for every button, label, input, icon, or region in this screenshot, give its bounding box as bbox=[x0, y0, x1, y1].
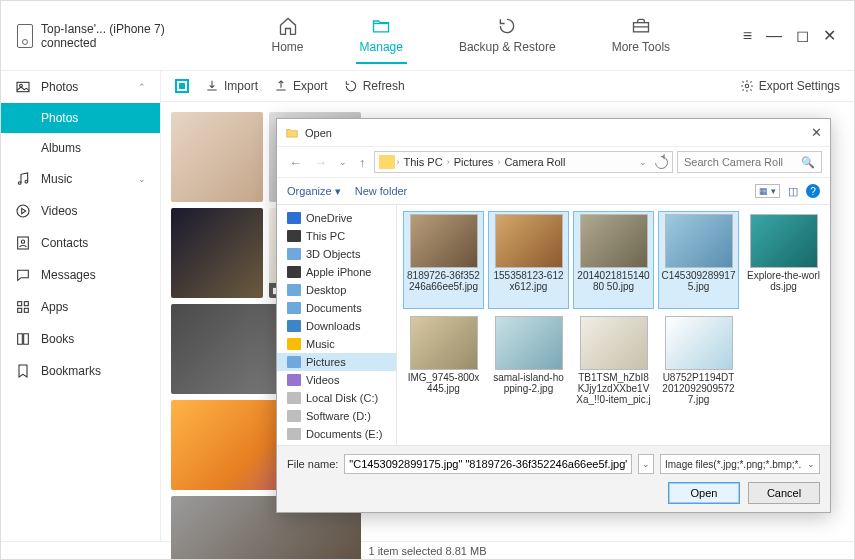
open-button[interactable]: Open bbox=[668, 482, 740, 504]
help-icon[interactable]: ? bbox=[806, 184, 820, 198]
gallery-thumb[interactable] bbox=[171, 112, 263, 202]
chevron-down-icon: ⌄ bbox=[138, 174, 146, 184]
chevron-up-icon: ⌃ bbox=[138, 82, 146, 92]
sidebar-bookmarks[interactable]: Bookmarks bbox=[1, 355, 160, 387]
sidebar-contacts-label: Contacts bbox=[41, 236, 88, 250]
file-item[interactable]: Explore-the-worlds.jpg bbox=[743, 211, 824, 309]
dialog-toolbar: Organize ▾ New folder ▦ ▾ ◫ ? bbox=[277, 178, 830, 205]
tree-item[interactable]: Downloads bbox=[277, 317, 396, 335]
tree-item-label: Documents bbox=[306, 302, 362, 314]
tree-item[interactable]: Documents (E:) bbox=[277, 425, 396, 443]
videos-icon bbox=[15, 203, 31, 219]
sidebar-messages[interactable]: Messages bbox=[1, 259, 160, 291]
sidebar-books[interactable]: Books bbox=[1, 323, 160, 355]
file-thumbnail bbox=[750, 214, 818, 268]
open-dialog: Open ✕ ← → ⌄ ↑ › This PC › Pictures › Ca… bbox=[276, 118, 831, 513]
maximize-icon[interactable]: ◻ bbox=[796, 26, 809, 45]
file-item[interactable]: 155358123-612x612.jpg bbox=[488, 211, 569, 309]
tab-more[interactable]: More Tools bbox=[608, 8, 674, 64]
reload-icon[interactable] bbox=[652, 153, 670, 171]
export-settings-button[interactable]: Export Settings bbox=[740, 79, 840, 93]
preview-pane-icon[interactable]: ◫ bbox=[788, 185, 798, 198]
svg-rect-1 bbox=[17, 82, 29, 91]
file-item[interactable]: 8189726-36f352246a66ee5f.jpg bbox=[403, 211, 484, 309]
sidebar-sub-albums[interactable]: Albums bbox=[1, 133, 160, 163]
file-item[interactable]: C1453092899175.jpg bbox=[658, 211, 739, 309]
tree-item-label: Music bbox=[306, 338, 335, 350]
sidebar-contacts[interactable]: Contacts bbox=[1, 227, 160, 259]
file-grid[interactable]: 8189726-36f352246a66ee5f.jpg155358123-61… bbox=[397, 205, 830, 445]
file-item[interactable]: U8752P1194DT20120929095727.jpg bbox=[658, 313, 739, 411]
svg-point-12 bbox=[745, 84, 749, 88]
sidebar-music-label: Music bbox=[41, 172, 72, 186]
tree-item[interactable]: Desktop bbox=[277, 281, 396, 299]
tree-item[interactable]: Local Disk (C:) bbox=[277, 389, 396, 407]
file-thumbnail bbox=[495, 316, 563, 370]
tree-item[interactable]: Music bbox=[277, 335, 396, 353]
tree-item[interactable]: Documents bbox=[277, 299, 396, 317]
device-info: Top-Ianse'... (iPhone 7) connected bbox=[1, 22, 199, 50]
tree-item[interactable]: OneDrive bbox=[277, 209, 396, 227]
tree-item[interactable]: 3D Objects bbox=[277, 245, 396, 263]
gallery-thumb[interactable] bbox=[171, 208, 263, 298]
cancel-button[interactable]: Cancel bbox=[748, 482, 820, 504]
nav-back-icon[interactable]: ← bbox=[285, 153, 306, 172]
breadcrumb[interactable]: › This PC › Pictures › Camera Roll ⌄ bbox=[374, 151, 674, 173]
books-icon bbox=[15, 331, 31, 347]
file-thumbnail bbox=[665, 214, 733, 268]
tree-item[interactable]: Software (D:) bbox=[277, 407, 396, 425]
close-icon[interactable]: ✕ bbox=[811, 125, 822, 140]
filename-row: File name: ⌄ Image files(*.jpg;*.png;*.b… bbox=[287, 454, 820, 474]
file-item[interactable]: IMG_9745-800x445.jpg bbox=[403, 313, 484, 411]
crumb-cameraroll[interactable]: Camera Roll bbox=[502, 156, 567, 168]
sidebar-apps[interactable]: Apps bbox=[1, 291, 160, 323]
file-item[interactable]: samal-island-hopping-2.jpg bbox=[488, 313, 569, 411]
organize-button[interactable]: Organize ▾ bbox=[287, 185, 341, 198]
folder-icon bbox=[379, 155, 395, 169]
file-filter-dropdown[interactable]: Image files(*.jpg;*.png;*.bmp;*. ⌄ bbox=[660, 454, 820, 474]
tab-backup[interactable]: Backup & Restore bbox=[455, 8, 560, 64]
svg-point-5 bbox=[17, 205, 29, 217]
tree-item[interactable]: Apple iPhone bbox=[277, 263, 396, 281]
sidebar-sub-photos[interactable]: Photos bbox=[1, 103, 160, 133]
tree-item[interactable]: This PC bbox=[277, 227, 396, 245]
tab-home[interactable]: Home bbox=[268, 8, 308, 64]
chevron-down-icon[interactable]: ⌄ bbox=[639, 157, 647, 167]
filename-dropdown-icon[interactable]: ⌄ bbox=[638, 454, 654, 474]
tree-item[interactable]: Pictures bbox=[277, 353, 396, 371]
sidebar-videos-label: Videos bbox=[41, 204, 77, 218]
view-icons-button[interactable]: ▦ ▾ bbox=[755, 184, 780, 198]
window-controls: ≡ — ◻ ✕ bbox=[743, 26, 854, 45]
nav-dropdown-icon[interactable]: ⌄ bbox=[335, 155, 351, 169]
svg-point-3 bbox=[18, 182, 21, 185]
file-item[interactable]: 201402181514080 50.jpg bbox=[573, 211, 654, 309]
chevron-right-icon: › bbox=[497, 157, 500, 167]
crumb-pictures[interactable]: Pictures bbox=[452, 156, 496, 168]
export-button[interactable]: Export bbox=[274, 79, 328, 93]
new-folder-button[interactable]: New folder bbox=[355, 185, 408, 197]
sidebar-videos[interactable]: Videos bbox=[1, 195, 160, 227]
file-item[interactable]: TB1TSM_hZbI8KJjy1zdXXbe1VXa_!!0-item_pic… bbox=[573, 313, 654, 411]
tab-manage[interactable]: Manage bbox=[356, 8, 407, 64]
close-window-icon[interactable]: ✕ bbox=[823, 26, 836, 45]
tree-item[interactable]: Videos bbox=[277, 371, 396, 389]
search-placeholder: Search Camera Roll bbox=[684, 156, 783, 168]
dialog-nav: ← → ⌄ ↑ › This PC › Pictures › Camera Ro… bbox=[277, 146, 830, 178]
minimize-icon[interactable]: — bbox=[766, 27, 782, 45]
sidebar-music[interactable]: Music ⌄ bbox=[1, 163, 160, 195]
svg-rect-11 bbox=[24, 308, 28, 312]
filename-input[interactable] bbox=[344, 454, 632, 474]
nav-up-icon[interactable]: ↑ bbox=[355, 153, 370, 172]
search-input[interactable]: Search Camera Roll 🔍 bbox=[677, 151, 822, 173]
import-button[interactable]: Import bbox=[205, 79, 258, 93]
tree-item-label: This PC bbox=[306, 230, 345, 242]
import-label: Import bbox=[224, 79, 258, 93]
menu-icon[interactable]: ≡ bbox=[743, 27, 752, 45]
folder-tree[interactable]: OneDriveThis PC3D ObjectsApple iPhoneDes… bbox=[277, 205, 397, 445]
select-all-checkbox[interactable] bbox=[175, 79, 189, 93]
sidebar-photos[interactable]: Photos ⌃ bbox=[1, 71, 160, 103]
crumb-thispc[interactable]: This PC bbox=[402, 156, 445, 168]
nav-forward-icon[interactable]: → bbox=[310, 153, 331, 172]
refresh-button[interactable]: Refresh bbox=[344, 79, 405, 93]
folder-icon bbox=[287, 356, 301, 368]
